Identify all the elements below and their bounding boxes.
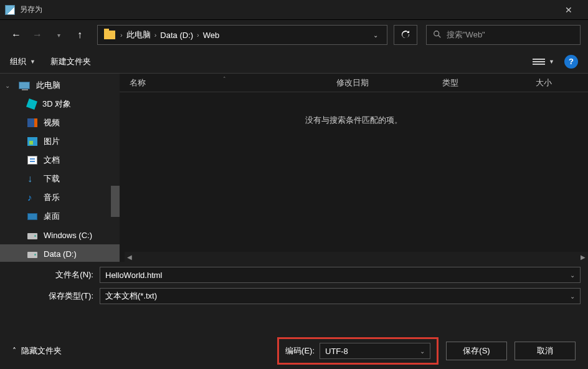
empty-message: 没有与搜索条件匹配的项。 <box>120 92 588 126</box>
sidebar-item-label: 音乐 <box>44 192 60 203</box>
sidebar-item-pictures[interactable]: 图片 <box>0 132 120 151</box>
forward-button[interactable]: → <box>29 26 46 44</box>
view-icon <box>533 57 545 67</box>
file-list: 名称 ˄ 修改日期 类型 大小 没有与搜索条件匹配的项。 ◀ ▶ <box>120 74 588 262</box>
main-area: ⌄ 此电脑 3D 对象 视频 图片 文档 下载 ♪ 音乐 <box>0 74 588 262</box>
drive-icon <box>27 233 37 239</box>
column-label: 大小 <box>536 78 552 87</box>
sidebar-item-label: 此电脑 <box>36 80 60 91</box>
expand-icon: ⌄ <box>5 82 11 89</box>
search-input[interactable]: 搜索"Web" <box>426 25 581 45</box>
sort-indicator-icon: ˄ <box>223 76 226 82</box>
save-button[interactable]: 保存(S) <box>446 342 507 360</box>
sidebar-item-label: 3D 对象 <box>42 98 71 110</box>
encoding-value: UTF-8 <box>325 347 348 356</box>
sidebar-item-video[interactable]: 视频 <box>0 113 120 132</box>
search-icon <box>433 30 442 41</box>
filename-label: 文件名(N): <box>7 269 100 280</box>
filename-input[interactable]: HelloWorld.html ⌄ <box>100 267 581 283</box>
sidebar-item-3d[interactable]: 3D 对象 <box>0 95 120 113</box>
close-button[interactable]: ✕ <box>554 5 583 15</box>
window-title: 另存为 <box>20 4 554 15</box>
svg-point-0 <box>434 31 439 36</box>
sidebar-item-label: 下载 <box>44 173 60 184</box>
breadcrumb-drive[interactable]: Data (D:) <box>158 31 196 40</box>
sidebar-item-label: Data (D:) <box>44 249 77 259</box>
scroll-track[interactable] <box>135 253 578 261</box>
encoding-select[interactable]: UTF-8 ⌄ <box>320 343 430 359</box>
notepad-icon <box>5 5 15 15</box>
sidebar-scrollbar[interactable] <box>111 186 120 217</box>
breadcrumb-root[interactable]: 此电脑 <box>124 29 153 41</box>
column-headers: 名称 ˄ 修改日期 类型 大小 <box>120 74 588 92</box>
sidebar-item-label: 桌面 <box>44 211 60 222</box>
cancel-label: 取消 <box>537 345 553 357</box>
sidebar-item-documents[interactable]: 文档 <box>0 151 120 170</box>
new-folder-button[interactable]: 新建文件夹 <box>50 56 91 67</box>
sidebar-item-desktop[interactable]: 桌面 <box>0 207 120 226</box>
chevron-down-icon[interactable]: ⌄ <box>570 293 575 300</box>
downloads-icon <box>27 175 37 183</box>
chevron-right-icon: › <box>153 31 158 39</box>
filetype-label: 保存类型(T): <box>7 290 100 302</box>
view-menu[interactable]: ▼ <box>533 57 554 67</box>
chevron-up-icon: ˄ <box>12 347 16 355</box>
save-form: 文件名(N): HelloWorld.html ⌄ 保存类型(T): 文本文档(… <box>0 262 588 304</box>
column-label: 修改日期 <box>336 78 369 87</box>
column-type[interactable]: 类型 <box>432 77 526 89</box>
refresh-button[interactable] <box>394 25 417 45</box>
toolbar: 组织 ▼ 新建文件夹 ▼ ? <box>0 50 588 74</box>
breadcrumb-folder[interactable]: Web <box>201 31 222 40</box>
video-icon <box>27 118 37 127</box>
chevron-down-icon[interactable]: ⌄ <box>570 272 575 279</box>
address-bar[interactable]: › 此电脑 › Data (D:) › Web ⌄ <box>97 25 387 45</box>
hide-folders-toggle[interactable]: ˄ 隐藏文件夹 <box>12 345 62 357</box>
column-label: 类型 <box>442 78 458 87</box>
filetype-select[interactable]: 文本文档(*.txt) ⌄ <box>100 288 581 304</box>
organize-label: 组织 <box>10 56 26 67</box>
scroll-left-icon[interactable]: ◀ <box>125 254 135 261</box>
organize-menu[interactable]: 组织 ▼ <box>10 56 36 67</box>
column-date[interactable]: 修改日期 <box>326 77 432 89</box>
scroll-right-icon[interactable]: ▶ <box>578 254 588 261</box>
desktop-icon <box>27 213 37 220</box>
save-label: 保存(S) <box>463 345 490 357</box>
dialog-footer: ˄ 隐藏文件夹 编码(E): UTF-8 ⌄ 保存(S) 取消 <box>0 333 588 369</box>
chevron-down-icon: ▼ <box>30 59 36 65</box>
help-button[interactable]: ? <box>564 55 578 69</box>
filetype-value: 文本文档(*.txt) <box>105 290 157 302</box>
sidebar-item-downloads[interactable]: 下载 <box>0 170 120 188</box>
filename-value: HelloWorld.html <box>105 271 163 280</box>
hide-folders-label: 隐藏文件夹 <box>21 345 62 357</box>
drive-icon <box>27 252 37 258</box>
navigation-pane: ⌄ 此电脑 3D 对象 视频 图片 文档 下载 ♪ 音乐 <box>0 74 120 262</box>
column-label: 名称 <box>130 78 146 87</box>
sidebar-item-label: 视频 <box>44 117 60 128</box>
sidebar-item-label: Windows (C:) <box>44 231 92 240</box>
sidebar-this-pc[interactable]: ⌄ 此电脑 <box>0 76 120 95</box>
cancel-button[interactable]: 取消 <box>514 342 576 360</box>
address-dropdown-icon[interactable]: ⌄ <box>367 32 384 39</box>
sidebar-item-drive-d[interactable]: Data (D:) <box>0 244 120 262</box>
sidebar-item-music[interactable]: ♪ 音乐 <box>0 188 120 207</box>
chevron-down-icon[interactable]: ⌄ <box>420 348 425 355</box>
navigation-bar: ← → ▾ ↑ › 此电脑 › Data (D:) › Web ⌄ 搜索"Web… <box>0 20 588 50</box>
recent-dropdown-icon[interactable]: ▾ <box>50 26 67 44</box>
sidebar-item-drive-c[interactable]: Windows (C:) <box>0 226 120 244</box>
new-folder-label: 新建文件夹 <box>50 56 91 67</box>
3d-objects-icon <box>26 98 37 110</box>
chevron-right-icon: › <box>119 31 124 39</box>
search-placeholder: 搜索"Web" <box>447 29 485 41</box>
title-bar: 另存为 ✕ <box>0 0 588 20</box>
sidebar-item-label: 图片 <box>44 136 60 147</box>
column-name[interactable]: 名称 ˄ <box>120 77 326 89</box>
horizontal-scrollbar[interactable]: ◀ ▶ <box>125 252 588 262</box>
chevron-down-icon: ▼ <box>549 59 554 65</box>
back-button[interactable]: ← <box>7 26 25 44</box>
documents-icon <box>27 156 37 165</box>
encoding-group: 编码(E): UTF-8 ⌄ <box>277 337 439 365</box>
pc-icon <box>19 82 30 89</box>
up-button[interactable]: ↑ <box>71 26 88 44</box>
column-size[interactable]: 大小 <box>526 77 588 89</box>
music-icon: ♪ <box>27 193 37 202</box>
